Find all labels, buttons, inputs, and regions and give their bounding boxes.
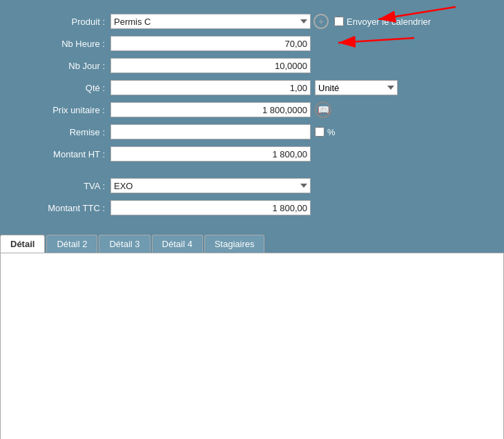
- montant-ht-input[interactable]: [110, 146, 311, 162]
- remise-label: Remise :: [0, 127, 110, 137]
- remise-input[interactable]: [110, 124, 311, 139]
- tabs-container: Détail Détail 2 Détail 3 Détail 4 Stagia…: [0, 235, 504, 439]
- nb-jour-input[interactable]: [110, 58, 311, 73]
- tva-label: TVA :: [0, 181, 110, 191]
- nb-heure-input[interactable]: [110, 36, 311, 51]
- envoyer-calendar-label: Envoyer le calendrier: [347, 17, 431, 27]
- prix-unitaire-label: Prix unitaire :: [0, 105, 110, 115]
- nb-heure-label: Nb Heure :: [0, 39, 110, 49]
- tab-content-area: [0, 253, 504, 439]
- percent-label: %: [327, 127, 336, 137]
- tab-detail4[interactable]: Détail 4: [152, 235, 203, 253]
- tab-detail2[interactable]: Détail 2: [46, 235, 97, 253]
- tva-select[interactable]: EXO: [110, 178, 311, 193]
- calendar-section: Envoyer le calendrier: [334, 17, 431, 27]
- montant-ttc-label: Montant TTC :: [0, 203, 110, 213]
- percent-section: %: [315, 127, 336, 137]
- produit-select[interactable]: Permis C: [110, 14, 311, 29]
- qte-input[interactable]: [110, 80, 311, 95]
- qte-label: Qté :: [0, 83, 110, 93]
- tab-detail3[interactable]: Détail 3: [99, 235, 150, 253]
- tab-stagiaires[interactable]: Stagiaires: [204, 235, 265, 253]
- prix-unitaire-input[interactable]: [110, 102, 311, 117]
- unite-select[interactable]: Unité: [315, 80, 398, 95]
- montant-ttc-input[interactable]: [110, 200, 311, 215]
- zoom-icon[interactable]: +: [313, 14, 329, 29]
- unite-section: Unité: [315, 80, 398, 95]
- produit-label: Produit :: [0, 17, 110, 27]
- tabs-bar: Détail Détail 2 Détail 3 Détail 4 Stagia…: [0, 235, 504, 253]
- montant-ht-label: Montant HT :: [0, 149, 110, 159]
- nb-jour-label: Nb Jour :: [0, 61, 110, 71]
- book-icon[interactable]: 📖: [315, 101, 331, 118]
- tab-detail[interactable]: Détail: [0, 235, 45, 253]
- percent-checkbox[interactable]: [315, 127, 324, 137]
- envoyer-calendar-checkbox[interactable]: [334, 17, 344, 26]
